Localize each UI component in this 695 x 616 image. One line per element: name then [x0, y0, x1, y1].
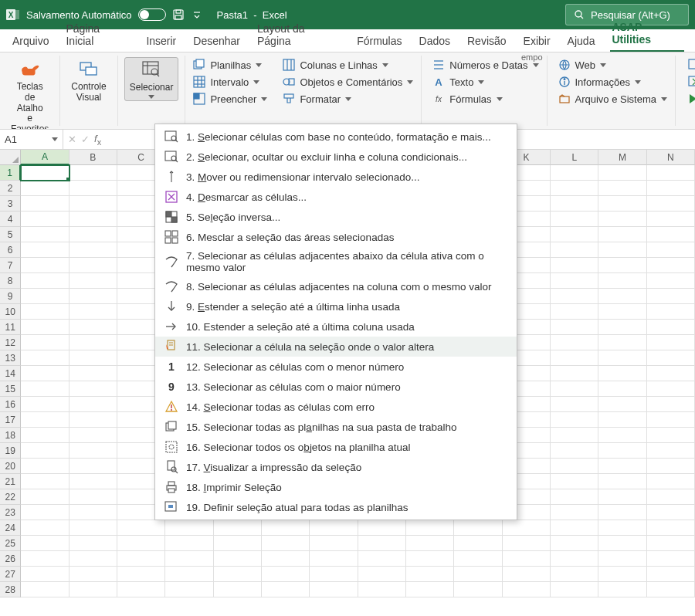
- row-header[interactable]: 23: [0, 505, 21, 520]
- cell[interactable]: [598, 242, 646, 258]
- objetos-comentarios-button[interactable]: Objetos e Comentários: [280, 74, 416, 90]
- dropdown-item[interactable]: 5. Seleção inversa...: [155, 207, 517, 227]
- cell[interactable]: [647, 227, 695, 242]
- tab-revisao[interactable]: Revisão: [466, 32, 508, 52]
- cell[interactable]: [454, 520, 502, 536]
- cell[interactable]: [70, 196, 117, 212]
- cell[interactable]: [70, 366, 117, 381]
- cell[interactable]: [406, 567, 454, 582]
- cell[interactable]: [551, 165, 598, 181]
- cell[interactable]: [70, 489, 117, 505]
- cell[interactable]: [551, 536, 598, 551]
- cell[interactable]: [598, 381, 646, 397]
- cell[interactable]: [647, 397, 695, 412]
- cell[interactable]: [262, 520, 310, 536]
- controle-visual-button[interactable]: Controle Visual: [66, 57, 110, 105]
- cell[interactable]: [647, 567, 695, 582]
- row-header[interactable]: 19: [0, 443, 21, 459]
- cell[interactable]: [165, 567, 213, 582]
- arquivo-sistema-button[interactable]: Arquivo e Sistema: [555, 91, 671, 107]
- tab-ajuda[interactable]: Ajuda: [566, 32, 597, 52]
- cell[interactable]: [598, 459, 646, 474]
- cell[interactable]: [647, 165, 695, 181]
- intervalo-button[interactable]: Intervalo: [190, 74, 270, 90]
- cell[interactable]: [551, 320, 598, 335]
- cell[interactable]: [551, 582, 598, 597]
- preencher-button[interactable]: Preencher: [190, 91, 270, 107]
- cell[interactable]: [647, 289, 695, 304]
- cell[interactable]: [21, 258, 69, 273]
- tab-pagina-inicial[interactable]: Página Inicial: [64, 19, 131, 52]
- selecionar-button[interactable]: Selecionar: [124, 57, 179, 101]
- tab-arquivo[interactable]: Arquivo: [11, 32, 50, 52]
- cell[interactable]: [598, 567, 646, 582]
- cell[interactable]: [117, 567, 165, 582]
- cell[interactable]: [70, 212, 117, 227]
- row-header[interactable]: 1: [0, 165, 21, 181]
- cell[interactable]: [358, 520, 406, 536]
- cell[interactable]: [598, 350, 646, 366]
- cell[interactable]: [551, 366, 598, 381]
- cell[interactable]: [503, 520, 551, 536]
- cell[interactable]: [551, 551, 598, 567]
- cell[interactable]: [503, 582, 551, 597]
- cell[interactable]: [551, 242, 598, 258]
- cell[interactable]: [406, 582, 454, 597]
- dropdown-item[interactable]: 15. Selecionar todas as planilhas na sua…: [155, 417, 517, 437]
- cell[interactable]: [598, 505, 646, 520]
- cell[interactable]: [358, 567, 406, 582]
- cell[interactable]: [598, 304, 646, 320]
- cell[interactable]: [21, 567, 69, 582]
- row-header[interactable]: 6: [0, 242, 21, 258]
- cell[interactable]: [21, 273, 69, 289]
- cell[interactable]: [551, 381, 598, 397]
- cell[interactable]: [21, 428, 69, 443]
- cell[interactable]: [262, 582, 310, 597]
- name-box[interactable]: A1: [0, 130, 63, 149]
- cell[interactable]: [214, 582, 262, 597]
- cell[interactable]: [310, 536, 358, 551]
- tab-layout-da-pagina[interactable]: Layout da Página: [256, 19, 341, 52]
- cell[interactable]: [21, 196, 69, 212]
- tab-formulas[interactable]: Fórmulas: [355, 32, 403, 52]
- cell[interactable]: [598, 412, 646, 428]
- dropdown-item[interactable]: 2. Selecionar, ocultar ou excluir linha …: [155, 147, 517, 167]
- cell[interactable]: [21, 366, 69, 381]
- cell[interactable]: [647, 258, 695, 273]
- cell[interactable]: [647, 412, 695, 428]
- dropdown-item[interactable]: 19. Definir seleção atual para todas as …: [155, 497, 517, 517]
- cell[interactable]: [21, 397, 69, 412]
- row-header[interactable]: 14: [0, 366, 21, 381]
- dropdown-item[interactable]: 7. Selecionar as células adjacentes abai…: [155, 247, 517, 276]
- save-icon[interactable]: [172, 8, 185, 21]
- column-header[interactable]: M: [598, 150, 646, 165]
- texto-button[interactable]: ATexto: [429, 74, 541, 90]
- cell[interactable]: [406, 536, 454, 551]
- cell[interactable]: [598, 227, 646, 242]
- dropdown-item[interactable]: 14. Selecionar todas as células com erro: [155, 397, 517, 417]
- cell[interactable]: [598, 335, 646, 350]
- cell[interactable]: [21, 350, 69, 366]
- cell[interactable]: [262, 536, 310, 551]
- dropdown-item[interactable]: 6. Mesclar a seleção das áreas seleciona…: [155, 227, 517, 247]
- cell[interactable]: [21, 551, 69, 567]
- cell[interactable]: [70, 397, 117, 412]
- cell[interactable]: [358, 536, 406, 551]
- column-header[interactable]: B: [70, 150, 117, 165]
- cell[interactable]: [165, 551, 213, 567]
- cell[interactable]: [647, 181, 695, 196]
- cell[interactable]: [406, 520, 454, 536]
- cell[interactable]: [454, 582, 502, 597]
- cell[interactable]: [598, 582, 646, 597]
- cell[interactable]: [551, 443, 598, 459]
- row-header[interactable]: 22: [0, 489, 21, 505]
- cell[interactable]: [70, 443, 117, 459]
- qat-dropdown-icon[interactable]: [191, 8, 203, 21]
- planilhas-button[interactable]: Planilhas: [190, 57, 270, 73]
- dropdown-item[interactable]: 1. Selecionar células com base no conteú…: [155, 127, 517, 147]
- cell[interactable]: [454, 551, 502, 567]
- cell[interactable]: [262, 567, 310, 582]
- cell[interactable]: [551, 459, 598, 474]
- cell[interactable]: [70, 381, 117, 397]
- formulas-button[interactable]: fxFórmulas: [429, 91, 541, 107]
